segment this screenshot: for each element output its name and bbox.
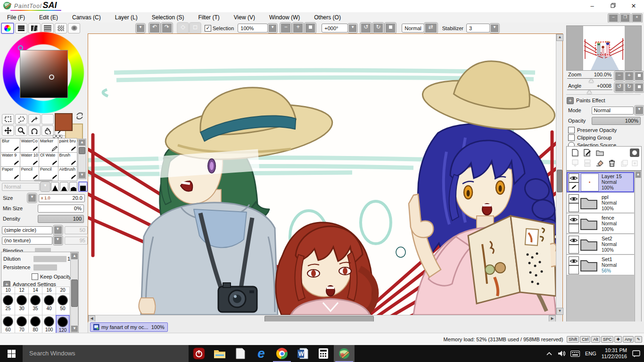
size-cell[interactable]: 12	[15, 287, 29, 294]
size-cell[interactable]: 80	[28, 315, 42, 333]
size-cell[interactable]: 40	[42, 294, 56, 315]
size-cell-selected[interactable]: 120	[56, 315, 70, 333]
saturation-square[interactable]	[20, 50, 68, 98]
move-modifier-button[interactable]: ✚	[614, 336, 622, 343]
new-layer-button[interactable]	[570, 148, 580, 157]
edge-mode-dropdown[interactable]: ▼	[41, 182, 50, 191]
rect-select-tool[interactable]	[2, 114, 14, 124]
layer-check-box[interactable]	[569, 203, 579, 212]
persistence-slider[interactable]	[33, 264, 57, 271]
brush-item[interactable]: Pencil	[20, 166, 40, 181]
hand-tool[interactable]	[41, 125, 54, 136]
brush-item[interactable]: Water 10	[20, 152, 40, 167]
size-cell[interactable]: 14	[28, 287, 42, 294]
keep-opacity-checkbox[interactable]	[32, 273, 38, 280]
selection-checkbox[interactable]: ✓	[205, 25, 211, 32]
size-cell[interactable]: 100	[42, 315, 56, 333]
taskbar-app-power[interactable]	[189, 345, 209, 362]
layer-check-box[interactable]	[569, 265, 579, 274]
size-cell[interactable]: 10	[1, 287, 15, 294]
scrollbar-thumb[interactable]	[71, 280, 78, 307]
zoom-combo[interactable]: 100%	[238, 24, 268, 33]
shift-key-button[interactable]: Shift	[567, 336, 579, 343]
size-cell[interactable]: 30	[15, 294, 29, 315]
tray-keyboard-icon[interactable]	[570, 351, 580, 357]
primary-color-swatch[interactable]	[55, 113, 73, 131]
layer-mask-button[interactable]	[630, 148, 639, 157]
taskbar-app-explorer[interactable]	[209, 345, 230, 362]
edge-shape-triangle[interactable]	[51, 182, 59, 191]
nav-rotate-cw-button[interactable]: ↻	[624, 82, 634, 92]
scroll-down-icon[interactable]: ▼	[78, 172, 86, 179]
tray-notification-icon[interactable]	[632, 350, 640, 357]
delete-layer-button[interactable]	[607, 159, 617, 167]
brush-shape-combo[interactable]: (simple circle)	[2, 226, 52, 234]
angle-combo[interactable]: +000°	[322, 24, 348, 33]
zoom-reset-button[interactable]	[305, 23, 316, 33]
nav-zoom-reset-button[interactable]	[634, 71, 644, 81]
menu-filter[interactable]: Filter (T)	[191, 14, 226, 21]
any-modifier-button[interactable]: Any	[623, 336, 634, 343]
flip-view-button[interactable]: ⇄	[424, 23, 438, 33]
edge-mode-combo[interactable]: Normal	[2, 183, 40, 191]
size-cell[interactable]: 20	[56, 287, 70, 294]
layer-visibility-toggle[interactable]	[569, 256, 579, 265]
edge-shape-square[interactable]	[78, 181, 88, 192]
brush-item[interactable]: AirBrush	[58, 166, 78, 181]
menu-selection[interactable]: Selection (S)	[145, 14, 191, 21]
scroll-up-icon[interactable]: ▲	[78, 139, 86, 146]
tray-clock[interactable]: 10:31 PM 11/22/2016	[602, 347, 627, 360]
undo-button[interactable]: ↶	[149, 23, 160, 33]
preserve-opacity-checkbox[interactable]	[568, 127, 575, 133]
layer-check-box[interactable]	[569, 224, 579, 233]
brush-grid-scrollbar[interactable]: ▲ ▼	[78, 139, 86, 179]
layer-opacity-slider[interactable]: 100%	[592, 117, 641, 125]
merge-down-button[interactable]	[583, 159, 592, 167]
taskbar-app-notepad[interactable]	[230, 345, 251, 362]
color-wheel[interactable]	[2, 31, 85, 114]
size-unit-dropdown[interactable]: ▼	[27, 193, 37, 203]
layer-list-scrollbar[interactable]: ▲	[635, 171, 641, 327]
menu-window[interactable]: Window (W)	[262, 14, 307, 21]
mini-minimize-button[interactable]: –	[608, 14, 619, 23]
layer-mode-dropdown[interactable]: ▼	[635, 106, 644, 115]
brush-item[interactable]: Paper	[0, 166, 20, 181]
brush-item[interactable]: Brush	[58, 152, 78, 167]
view-mode-button[interactable]: Normal	[402, 24, 424, 33]
pen-modifier-button[interactable]: ✎	[635, 336, 642, 343]
canvas-artwork[interactable]	[88, 34, 556, 315]
menu-file[interactable]: File (F)	[0, 14, 32, 21]
panel-collapse-handle[interactable]	[34, 180, 53, 181]
menu-canvas[interactable]: Canvas (C)	[65, 14, 108, 21]
zoom-combo-dropdown[interactable]: ▼	[268, 24, 277, 33]
move-tool[interactable]	[2, 125, 14, 136]
edge-shape-flat-round[interactable]	[69, 182, 78, 191]
scrollbar-thumb[interactable]	[79, 147, 85, 154]
layer-row[interactable]: Set1 Normal 56%	[567, 255, 634, 275]
size-cell[interactable]: 25	[1, 294, 15, 315]
nav-zoom-out-button[interactable]: −	[614, 71, 624, 81]
taskbar-app-sai[interactable]	[334, 345, 355, 362]
layer-row[interactable]: fence Normal 100%	[567, 214, 634, 234]
alt-key-button[interactable]: Alt	[591, 336, 600, 343]
canvas-viewport[interactable]	[88, 34, 556, 315]
window-restore-button[interactable]	[603, 0, 623, 12]
size-cell[interactable]: 16	[42, 287, 56, 294]
dilution-slider[interactable]	[33, 256, 66, 262]
menu-others[interactable]: Others (O)	[307, 14, 348, 21]
size-cell[interactable]: 50	[56, 294, 70, 315]
scroll-up-icon[interactable]: ▲	[556, 34, 563, 41]
nav-angle-reset-button[interactable]	[634, 82, 644, 92]
size-slider[interactable]: x 1.0 20.0	[39, 194, 85, 202]
copy-layer-button[interactable]	[619, 159, 629, 167]
menu-edit[interactable]: Edit (E)	[32, 14, 65, 21]
layer-mode-combo[interactable]: Normal	[592, 107, 634, 115]
brush-shape-dropdown[interactable]: ▼	[53, 225, 63, 235]
texture-dropdown[interactable]: ▼	[53, 236, 63, 245]
redo-button[interactable]: ↷	[161, 23, 173, 33]
lasso-tool[interactable]	[15, 114, 27, 124]
mini-restore-button[interactable]: ❐	[620, 14, 630, 23]
transfer-down-button[interactable]	[570, 159, 580, 167]
space-key-button[interactable]: SPC	[601, 336, 614, 343]
taskbar-app-calculator[interactable]	[313, 345, 334, 362]
